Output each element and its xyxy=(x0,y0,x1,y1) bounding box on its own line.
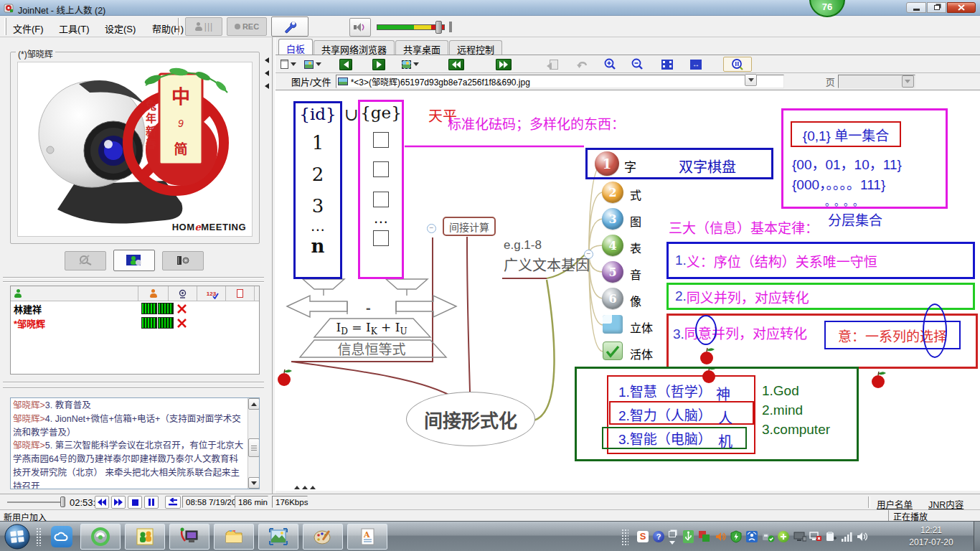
webcam-off-button[interactable] xyxy=(65,251,106,270)
splitter-handle[interactable] xyxy=(3,281,264,283)
user-row[interactable]: *邹晓辉 xyxy=(11,316,259,330)
security-shield-tray-icon[interactable] xyxy=(730,530,742,545)
menu-tools[interactable]: 工具(T) xyxy=(59,22,90,35)
tree-node-3-icon[interactable]: 3 xyxy=(602,208,623,230)
file-dropdown-button[interactable] xyxy=(745,74,757,86)
tree-node-7-icon[interactable] xyxy=(603,315,623,334)
col-audio[interactable] xyxy=(138,286,169,301)
menu-settings[interactable]: 设定(S) xyxy=(105,22,136,35)
scroll-thumb[interactable] xyxy=(248,438,260,457)
tree-node-8-icon[interactable] xyxy=(603,342,623,360)
graphics-tray-icon[interactable] xyxy=(699,531,710,542)
canvas-page-arrows[interactable] xyxy=(294,486,316,489)
taskbar-app-paint[interactable] xyxy=(303,524,343,550)
display-tray-icon[interactable] xyxy=(793,531,806,545)
tab-shared-desktop[interactable]: 共享桌面 xyxy=(395,40,448,55)
col-doc[interactable] xyxy=(226,286,255,301)
taskbar-app-wordpad[interactable]: A xyxy=(347,524,387,550)
col-video[interactable] xyxy=(169,286,197,301)
video-active-button[interactable] xyxy=(113,250,155,271)
indirect-formalization-ellipse[interactable]: 间接形式化 xyxy=(406,392,535,446)
chat-scrollbar[interactable] xyxy=(248,398,259,489)
taskbar-app-remote[interactable] xyxy=(169,524,209,550)
restore-button[interactable] xyxy=(927,2,946,13)
insert-image-button[interactable] xyxy=(304,57,321,72)
taskbar-clock[interactable]: 12:21 2017-07-20 xyxy=(895,524,967,549)
first-page-button[interactable] xyxy=(448,57,465,72)
col-number[interactable]: 123 xyxy=(197,286,226,301)
paste-tool-button[interactable] xyxy=(280,57,297,72)
tab-whiteboard[interactable]: 白板 xyxy=(278,39,313,55)
tree-node-6-icon[interactable]: 6 xyxy=(602,288,623,309)
taskbar-app-explorer[interactable] xyxy=(214,524,254,550)
tab-remote-control[interactable]: 远程控制 xyxy=(449,40,502,55)
whiteboard-canvas[interactable]: {id} 1 2 3 ⋯ n ∪ {ge} ⋯ 天平 标准化砝码；多样化的东西：… xyxy=(275,90,980,491)
taskbar-app-browser[interactable] xyxy=(80,524,121,550)
start-button[interactable] xyxy=(3,523,32,550)
speed-ball-badge[interactable]: 76 xyxy=(809,0,845,17)
export-page-button[interactable] xyxy=(545,57,562,72)
last-page-button[interactable] xyxy=(495,57,512,72)
tab-shared-browser[interactable]: 共享网络浏览器 xyxy=(314,40,395,55)
seek-slider[interactable] xyxy=(7,501,63,503)
show-desktop-button[interactable] xyxy=(974,522,980,551)
seek-thumb[interactable] xyxy=(60,496,65,507)
zoom-in-button[interactable] xyxy=(601,57,618,72)
action-center-tray-icon[interactable] xyxy=(825,531,837,545)
taskbar-app-viewer[interactable] xyxy=(258,524,298,550)
fit-width-button[interactable]: ↔ xyxy=(687,57,705,72)
scroll-down-button[interactable] xyxy=(248,477,260,489)
tree-toggle[interactable]: − xyxy=(584,250,593,259)
volume-slider[interactable] xyxy=(377,22,445,32)
page-combobox[interactable] xyxy=(838,75,915,88)
full-screen-button[interactable] xyxy=(659,57,676,72)
undo-button[interactable] xyxy=(574,57,591,72)
pinned-cloud-app[interactable] xyxy=(47,525,76,548)
camera-settings-button[interactable] xyxy=(162,251,204,270)
return-live-button[interactable] xyxy=(165,496,181,509)
network-assistant-tray-icon[interactable] xyxy=(746,531,758,542)
tree-node-1-icon[interactable]: 1 xyxy=(595,151,619,176)
rewind-button[interactable] xyxy=(95,496,109,509)
taskbar-app-joinnet[interactable] xyxy=(125,524,165,550)
volume-thumb[interactable] xyxy=(435,21,442,34)
next-page-button[interactable] xyxy=(370,57,387,72)
select-image-button[interactable] xyxy=(402,57,419,72)
panel-collapse-control[interactable] xyxy=(263,57,271,89)
help-tray-icon[interactable]: ? xyxy=(653,531,664,542)
usb-tray-icon[interactable] xyxy=(683,530,694,543)
collapse-toggle[interactable]: − xyxy=(427,224,436,233)
close-button[interactable] xyxy=(947,2,976,13)
volume-tray-icon[interactable] xyxy=(857,532,869,544)
speaker-button[interactable] xyxy=(349,18,371,37)
file-combobox[interactable]: *<3>(邹晓辉)65197d93gb8e7a256f1f8&690.jpg xyxy=(336,75,784,88)
pause-button[interactable] xyxy=(144,496,159,509)
splitter-handle[interactable] xyxy=(3,387,264,389)
preview-tray-icon[interactable] xyxy=(669,531,676,537)
signal-tray-icon[interactable] xyxy=(841,532,852,544)
sync-pointer-button[interactable] xyxy=(723,57,752,72)
menu-file[interactable]: 文件(F) xyxy=(13,22,44,35)
network-error-tray-icon[interactable] xyxy=(809,531,822,545)
user-row[interactable]: 林建祥 xyxy=(11,301,259,316)
tray-caret-icon[interactable] xyxy=(669,541,675,545)
minimize-button[interactable] xyxy=(906,2,926,13)
tree-node-2-icon[interactable]: 2 xyxy=(602,182,623,203)
zoom-out-button[interactable] xyxy=(628,57,646,72)
setup-wrench-button[interactable] xyxy=(271,17,308,37)
tree-node-4-icon[interactable]: 4 xyxy=(602,235,623,256)
battery-plus-tray-icon[interactable] xyxy=(778,531,789,542)
record-button[interactable]: REC xyxy=(227,17,267,36)
scroll-up-button[interactable] xyxy=(248,398,260,410)
usb-safe-tray-icon[interactable] xyxy=(762,531,775,545)
col-name[interactable] xyxy=(11,286,138,301)
volume-mixer-tray-icon[interactable] xyxy=(715,531,726,545)
chat-panel[interactable]: 邹晓辉>3. 教育普及 邹晓辉>4. JionNet+微信+信箱+电话+（支持面… xyxy=(10,397,260,489)
indirect-compute-callout[interactable]: 间接计算 xyxy=(443,217,496,236)
stop-button[interactable] xyxy=(128,496,142,509)
sogou-tray-icon[interactable]: S xyxy=(637,531,649,542)
prev-page-button[interactable] xyxy=(337,57,354,72)
talk-button[interactable]: ||| xyxy=(185,17,222,36)
tree-node-5-icon[interactable]: 5 xyxy=(602,261,623,283)
fast-forward-button[interactable] xyxy=(111,496,126,509)
